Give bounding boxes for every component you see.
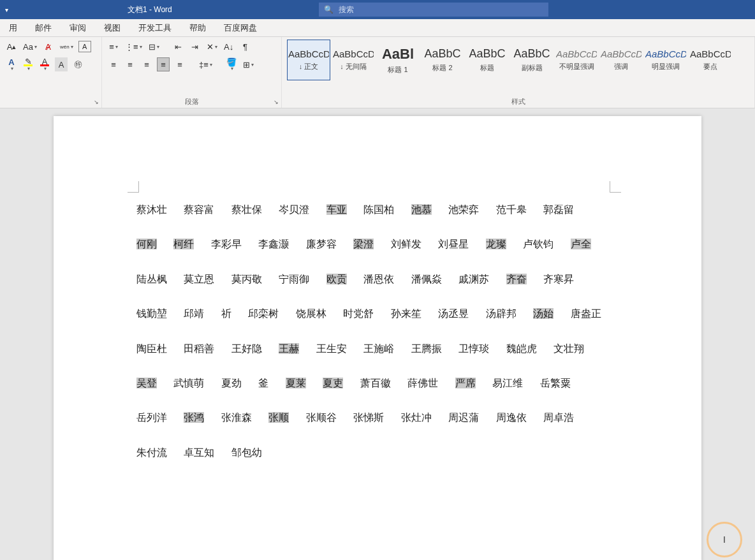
style-item[interactable]: AaBbCcDd↓ 正文 (287, 40, 330, 80)
name-text[interactable]: 田稻善 (184, 343, 214, 354)
ribbon-tab[interactable]: 邮件 (26, 22, 61, 34)
qat-dropdown-icon[interactable]: ▾ (5, 6, 8, 13)
show-marks-button[interactable]: ¶ (239, 40, 252, 54)
name-text[interactable]: 陶臣杜 (136, 343, 167, 354)
name-text[interactable]: 齐奋 (506, 274, 527, 284)
name-text[interactable]: 刘鲜发 (391, 239, 421, 249)
style-item[interactable]: AaBbC副标题 (510, 40, 553, 80)
name-text[interactable]: 文壮翔 (553, 343, 584, 354)
clear-formatting-button[interactable]: A̷ (42, 40, 55, 54)
name-text[interactable]: 武慎萌 (173, 378, 204, 388)
multilevel-list-button[interactable]: ⊟ (147, 40, 161, 54)
style-item[interactable]: AaBbCcDd强调 (599, 40, 643, 80)
name-text[interactable]: 莫立恩 (184, 274, 214, 284)
ribbon-tab[interactable]: 帮助 (180, 22, 215, 34)
name-text[interactable]: 张顺谷 (306, 412, 337, 423)
name-text[interactable]: 蔡壮保 (231, 204, 262, 215)
increase-font-button[interactable]: A▴ (5, 40, 18, 54)
name-text[interactable]: 邱靖 (184, 308, 204, 319)
name-text[interactable]: 周卓浩 (543, 412, 574, 423)
asian-layout-button[interactable]: ✕ (205, 40, 219, 54)
name-text[interactable]: 池慕 (411, 204, 432, 215)
ribbon-tab[interactable]: 视图 (95, 22, 129, 34)
align-center-button[interactable]: ≡ (124, 57, 136, 71)
name-text[interactable]: 张顺 (268, 412, 289, 423)
character-shading-button[interactable]: A (55, 57, 68, 71)
name-text[interactable]: 戚渊苏 (458, 274, 489, 284)
name-text[interactable]: 祈 (221, 308, 231, 319)
document-area[interactable]: 蔡沐壮 蔡容富 蔡壮保 岑贝澄 车亚 陈国柏 池慕 池荣弈 范千皋 郭磊留 何刚… (0, 108, 755, 560)
name-text[interactable]: 范千皋 (496, 204, 527, 215)
name-text[interactable]: 莫丙敬 (231, 274, 262, 284)
enclose-characters-button[interactable]: ㊕ (71, 57, 84, 71)
name-text[interactable]: 池荣弈 (448, 204, 479, 215)
name-text[interactable]: 何刚 (136, 239, 157, 249)
name-text[interactable]: 钱勤堃 (136, 308, 167, 319)
style-item[interactable]: AaBbCcDd明显强调 (644, 40, 687, 80)
ribbon-tab[interactable]: 用 (0, 22, 26, 34)
document-content[interactable]: 蔡沐壮 蔡容富 蔡壮保 岑贝澄 车亚 陈国柏 池慕 池荣弈 范千皋 郭磊留 何刚… (136, 193, 619, 470)
name-text[interactable]: 王施峪 (363, 343, 394, 354)
align-distribute-button[interactable]: ≡ (173, 57, 186, 71)
decrease-indent-button[interactable]: ⇤ (172, 40, 185, 54)
name-text[interactable]: 夏劲 (221, 378, 242, 388)
style-item[interactable]: AaBl标题 1 (376, 40, 420, 80)
name-text[interactable]: 刘昼星 (438, 239, 469, 249)
name-text[interactable]: 龙璨 (486, 239, 506, 249)
name-text[interactable]: 潘佩焱 (411, 274, 442, 284)
name-text[interactable]: 梁澄 (353, 239, 374, 249)
ribbon-tab[interactable]: 百度网盘 (215, 22, 266, 34)
name-text[interactable]: 卢钦钧 (523, 239, 553, 249)
font-launcher-icon[interactable]: ↘ (94, 99, 99, 105)
change-case-button[interactable]: Aa (22, 40, 38, 54)
sort-button[interactable]: A↓ (223, 40, 235, 54)
align-right-button[interactable]: ≡ (140, 57, 153, 71)
name-text[interactable]: 朱付流 (136, 447, 167, 458)
name-text[interactable]: 李彩早 (211, 239, 242, 249)
name-text[interactable]: 夏莱 (286, 378, 306, 388)
style-item[interactable]: AaBbCcDd↓ 无间隔 (332, 40, 375, 80)
name-text[interactable]: 陆丛枫 (136, 274, 167, 284)
font-color-button[interactable]: A (38, 57, 51, 71)
name-text[interactable]: 卢全 (571, 239, 591, 249)
style-gallery[interactable]: AaBbCcDd↓ 正文AaBbCcDd↓ 无间隔AaBl标题 1AaBbC标题… (287, 40, 749, 91)
name-text[interactable]: 周迟蒲 (448, 412, 479, 423)
name-text[interactable]: 王好隐 (231, 343, 262, 354)
name-text[interactable]: 陈国柏 (363, 204, 394, 215)
name-text[interactable]: 汤辟邦 (486, 308, 517, 319)
name-text[interactable]: 张鸿 (184, 412, 204, 423)
name-text[interactable]: 柯纤 (173, 239, 194, 249)
name-text[interactable]: 易江维 (492, 378, 523, 388)
align-justify-button[interactable]: ≡ (157, 57, 170, 71)
shading-button[interactable]: 🪣 (225, 57, 238, 71)
align-left-button[interactable]: ≡ (107, 57, 120, 71)
name-text[interactable]: 欧贡 (326, 274, 347, 284)
name-text[interactable]: 张灶冲 (401, 412, 432, 423)
name-text[interactable]: 岑贝澄 (279, 204, 309, 215)
name-text[interactable]: 唐盎正 (571, 308, 601, 319)
character-border-button[interactable]: A (78, 41, 91, 52)
name-text[interactable]: 廉梦容 (306, 239, 337, 249)
name-text[interactable]: 严席 (455, 378, 476, 388)
bullets-button[interactable]: ≡ (107, 40, 120, 54)
ribbon-tab[interactable]: 审阅 (61, 22, 95, 34)
name-text[interactable]: 蔡容富 (184, 204, 214, 215)
name-text[interactable]: 卫惇琰 (458, 343, 489, 354)
name-text[interactable]: 饶展林 (296, 308, 326, 319)
name-text[interactable]: 车亚 (326, 204, 347, 215)
paragraph-launcher-icon[interactable]: ↘ (274, 99, 279, 105)
style-item[interactable]: AaBbC标题 2 (421, 40, 464, 80)
name-text[interactable]: 吴登 (136, 378, 157, 388)
name-text[interactable]: 张淮森 (221, 412, 252, 423)
name-text[interactable]: 孙来笙 (391, 308, 421, 319)
name-text[interactable]: 薛佛世 (407, 378, 438, 388)
name-text[interactable]: 郭磊留 (543, 204, 574, 215)
name-text[interactable]: 李鑫灏 (258, 239, 289, 249)
increase-indent-button[interactable]: ⇥ (189, 40, 202, 54)
name-text[interactable]: 岳繁粟 (540, 378, 571, 388)
name-text[interactable]: 时党舒 (343, 308, 374, 319)
name-text[interactable]: 宁雨御 (279, 274, 309, 284)
name-text[interactable]: 蔡沐壮 (136, 204, 167, 215)
style-item[interactable]: AaBbC标题 (465, 40, 509, 80)
name-text[interactable]: 萧百徽 (360, 378, 391, 388)
